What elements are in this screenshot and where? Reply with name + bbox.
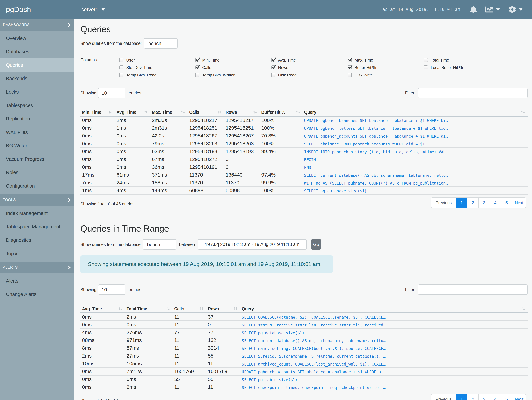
pagination-page-2[interactable]: 2 bbox=[468, 394, 479, 400]
filter-group: Filter: bbox=[405, 285, 528, 295]
notifications-button[interactable] bbox=[470, 6, 477, 13]
pagination-page-4[interactable]: 4 bbox=[490, 198, 501, 208]
query-link[interactable]: SELECT current_database() AS db, scheman… bbox=[242, 338, 386, 343]
sidebar-item-vacuum-progress[interactable]: Vacuum Progress bbox=[0, 152, 74, 166]
table1-pagination: Previous12345Next bbox=[431, 197, 526, 208]
pagination-next[interactable]: Next bbox=[512, 394, 526, 400]
column-header-query[interactable]: Query bbox=[303, 108, 528, 116]
sidebar-section-tools[interactable]: TOOLS bbox=[0, 194, 74, 206]
column-header-calls[interactable]: Calls bbox=[188, 108, 224, 116]
sidebar-item-backends[interactable]: Backends bbox=[0, 72, 74, 85]
sidebar-item-tablespace-management[interactable]: Tablespace Management bbox=[0, 220, 74, 234]
database-input[interactable] bbox=[144, 38, 177, 49]
filter-input[interactable] bbox=[418, 88, 528, 98]
server-selector[interactable]: server1 bbox=[81, 7, 105, 13]
sidebar-item-locks[interactable]: Locks bbox=[0, 85, 74, 99]
sidebar-section-dashboards[interactable]: DASHBOARDS bbox=[0, 19, 74, 31]
sort-icon bbox=[108, 110, 113, 114]
entries-count-input-2[interactable] bbox=[98, 285, 125, 295]
sidebar-section-alerts[interactable]: ALERTS bbox=[0, 261, 74, 273]
pagination-previous[interactable]: Previous bbox=[431, 394, 456, 400]
column-checkbox-disk-read[interactable]: Disk Read bbox=[271, 73, 297, 80]
column-header-total-time[interactable]: Total Time bbox=[125, 305, 172, 313]
sidebar-item-roles[interactable]: Roles bbox=[0, 166, 74, 179]
sidebar-item-bg-writer[interactable]: BG Writer bbox=[0, 139, 74, 152]
query-link[interactable]: SELECT name, setting, COALESCE(boot_val,… bbox=[242, 346, 386, 351]
sidebar-item-wal-files[interactable]: WAL Files bbox=[0, 126, 74, 139]
query-link[interactable]: WITH pc AS (SELECT pubname, COUNT(*) AS … bbox=[304, 181, 448, 185]
sidebar-item-queries[interactable]: Queries bbox=[0, 58, 74, 72]
query-link[interactable]: INSERT INTO pgbench_history (tid, bid, a… bbox=[304, 150, 448, 154]
pagination-page-1[interactable]: 1 bbox=[456, 198, 468, 208]
column-checkbox-local-buffer-hit-[interactable]: Local Buffer Hit % bbox=[424, 65, 463, 73]
column-header-rows[interactable]: Rows bbox=[206, 305, 240, 313]
pagination-page-5[interactable]: 5 bbox=[501, 198, 512, 208]
sidebar-item-databases[interactable]: Databases bbox=[0, 45, 74, 58]
column-header-max-time[interactable]: Max. Time bbox=[150, 108, 188, 116]
query-link[interactable]: SELECT pg_database_size($1) bbox=[304, 189, 367, 193]
query-link[interactable]: SELECT checkpoints_timed, checkpoints_re… bbox=[242, 385, 386, 390]
query-link[interactable]: SELECT S.relid, S.schemaname, S.relname,… bbox=[242, 354, 386, 359]
column-checkbox-temp-blks-read[interactable]: Temp Blks. Read bbox=[119, 73, 157, 80]
pagination-page-4[interactable]: 4 bbox=[490, 394, 501, 400]
column-header-min-time[interactable]: Min. Time bbox=[80, 108, 115, 116]
query-link[interactable]: END bbox=[304, 165, 311, 170]
chart-line-icon bbox=[485, 6, 493, 13]
column-header-query[interactable]: Query bbox=[240, 305, 528, 313]
query-link[interactable]: SELECT status, receive_start_lsn, receiv… bbox=[242, 323, 386, 327]
settings-menu-button[interactable] bbox=[509, 6, 523, 13]
column-checkbox-max-time[interactable]: Max. Time bbox=[348, 58, 376, 65]
sidebar-item-top-k[interactable]: Top k bbox=[0, 247, 74, 260]
query-link[interactable]: UPDATE pgbench_branches SET bbalance = b… bbox=[304, 118, 448, 123]
column-header-rows[interactable]: Rows bbox=[224, 108, 260, 116]
sidebar-item-overview[interactable]: Overview bbox=[0, 32, 74, 45]
pagination-previous[interactable]: Previous bbox=[431, 198, 456, 208]
date-range-input[interactable] bbox=[198, 239, 307, 250]
column-checkbox-user[interactable]: User bbox=[119, 58, 157, 65]
query-link[interactable]: SELECT abalance FROM pgbench_accounts WH… bbox=[304, 142, 425, 146]
pagination-page-3[interactable]: 3 bbox=[479, 198, 490, 208]
query-link[interactable]: SELECT pg_table_size($1) bbox=[242, 378, 298, 382]
pagination-page-2[interactable]: 2 bbox=[468, 198, 479, 208]
sidebar-item-index-management[interactable]: Index Management bbox=[0, 207, 74, 220]
column-checkbox-avg-time[interactable]: Avg. Time bbox=[271, 58, 297, 65]
column-header-calls[interactable]: Calls bbox=[172, 305, 206, 313]
column-header-avg-time[interactable]: Avg. Time bbox=[115, 108, 150, 116]
column-checkbox-min-time[interactable]: Min. Time bbox=[195, 58, 235, 65]
column-header-avg-time[interactable]: Avg. Time bbox=[80, 305, 125, 313]
charts-menu-button[interactable] bbox=[485, 6, 500, 13]
column-checkbox-temp-blks-written[interactable]: Temp Blks. Written bbox=[195, 73, 235, 80]
query-link[interactable]: BEGIN bbox=[304, 158, 316, 162]
entries-count-input[interactable] bbox=[98, 88, 125, 98]
column-checkbox-calls[interactable]: Calls bbox=[195, 65, 235, 73]
go-button[interactable]: Go bbox=[311, 239, 321, 250]
sidebar-item-tablespaces[interactable]: Tablespaces bbox=[0, 99, 74, 112]
column-header-buffer-hit-[interactable]: Buffer Hit % bbox=[260, 108, 303, 116]
query-link[interactable]: UPDATE pgbench_accounts SET abalance = a… bbox=[242, 370, 386, 374]
column-checkbox-buffer-hit-[interactable]: Buffer Hit % bbox=[348, 65, 376, 73]
pagination-page-3[interactable]: 3 bbox=[479, 394, 490, 400]
sidebar-item-replication[interactable]: Replication bbox=[0, 112, 74, 126]
query-link[interactable]: SELECT current_database() AS db, scheman… bbox=[304, 173, 448, 178]
database-input-2[interactable] bbox=[143, 239, 176, 250]
column-checkbox-rows[interactable]: Rows bbox=[271, 65, 297, 73]
pagination-page-1[interactable]: 1 bbox=[456, 394, 468, 400]
sidebar-item-change-alerts[interactable]: Change Alerts bbox=[0, 288, 74, 301]
sidebar-item-alerts[interactable]: Alerts bbox=[0, 274, 74, 288]
filter-input-2[interactable] bbox=[418, 285, 528, 295]
column-checkbox-disk-write[interactable]: Disk Write bbox=[348, 73, 376, 80]
pagination-page-5[interactable]: 5 bbox=[501, 394, 512, 400]
data-cell: 60898 bbox=[188, 187, 224, 194]
query-link[interactable]: SELECT pg_database_size($1) bbox=[242, 331, 304, 335]
query-link[interactable]: UPDATE pgbench_accounts SET abalance = a… bbox=[304, 134, 448, 139]
sidebar-item-configuration[interactable]: Configuration bbox=[0, 179, 74, 193]
query-link[interactable]: UPDATE pgbench_tellers SET tbalance = tb… bbox=[304, 126, 448, 131]
query-link[interactable]: SELECT archived_count, COALESCE(last_arc… bbox=[242, 362, 386, 366]
sidebar-item-diagnostics[interactable]: Diagnostics bbox=[0, 234, 74, 247]
pagination-next[interactable]: Next bbox=[512, 198, 526, 208]
entries-label-2: entries bbox=[129, 287, 141, 292]
column-checkbox-total-time[interactable]: Total Time bbox=[424, 58, 463, 65]
query-link[interactable]: SELECT COALESCE(datname, $2), COALESCE(u… bbox=[242, 315, 386, 319]
check-icon bbox=[272, 57, 276, 62]
column-checkbox-std-dev-time[interactable]: Std. Dev. Time bbox=[119, 65, 157, 73]
